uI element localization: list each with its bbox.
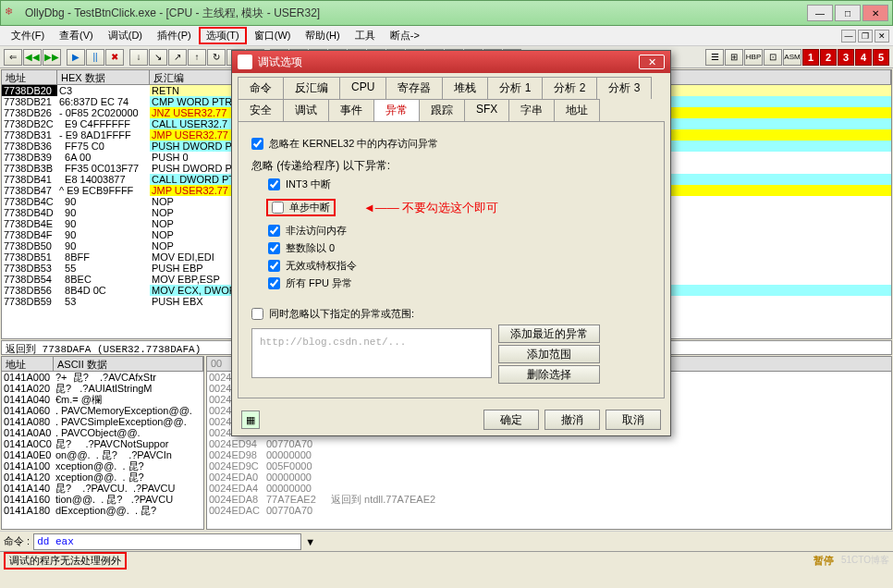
btn-add-recent[interactable]: 添加最近的异常 [498, 325, 600, 343]
mdi-restore-button[interactable]: ❐ [858, 30, 873, 43]
tb-step4-icon[interactable]: ↑ [188, 49, 206, 66]
dialog-tab[interactable]: 安全 [238, 99, 284, 121]
btn-undo[interactable]: 撤消 [544, 410, 600, 430]
tb-extra-4[interactable]: ⊡ [764, 49, 782, 66]
dump-row[interactable]: 0141A0A0. PAVCObject@@. [2, 427, 203, 438]
dump-row[interactable]: 0141A0E0on@@. . 昆? .?PAVCIn [2, 449, 203, 460]
tb-run-icon[interactable]: ▶ [67, 49, 85, 66]
dump-row[interactable]: 0141A020昆? .?AUIAtlStringM [2, 383, 203, 394]
stack-row[interactable]: 0024EDA877A7EAE2返回到 ntdll.77A7EAE2 [207, 494, 891, 505]
dialog-tab[interactable]: 堆栈 [442, 77, 488, 99]
stack-row[interactable]: 0024EDA000000000 [207, 472, 891, 483]
tb-rewind-icon[interactable]: ◀◀ [23, 49, 42, 66]
chk-ignore-kernel32[interactable] [251, 138, 263, 150]
dialog-tab[interactable]: 地址 [554, 99, 600, 121]
tb-asm[interactable]: ASM [783, 49, 801, 66]
dump-row[interactable]: 0141A000?+ 昆? .?AVCAfxStr [2, 372, 203, 383]
dialog-tab[interactable]: 字串 [508, 99, 555, 121]
tb-step5-icon[interactable]: ↻ [207, 49, 226, 66]
dialog-close-button[interactable]: ✕ [639, 55, 665, 69]
maximize-button[interactable]: □ [835, 5, 861, 21]
stack-row[interactable]: 0024ED9400770A70 [207, 438, 891, 449]
dialog-tab[interactable]: 寄存器 [385, 77, 443, 99]
tb-hbp[interactable]: HBP [744, 49, 763, 66]
dialog-tab[interactable]: 跟踪 [419, 99, 465, 121]
menu-debug[interactable]: 调试(D) [101, 27, 150, 44]
close-button[interactable]: ✕ [862, 5, 888, 21]
tb-back-icon[interactable]: ⇐ [4, 49, 22, 66]
stack-row[interactable]: 0024ED9800000000 [207, 449, 891, 460]
tb-preset-5[interactable]: 5 [873, 49, 889, 66]
dump-pane[interactable]: 地址 ASCII 数据 0141A000?+ 昆? .?AVCAfxStr014… [1, 356, 204, 530]
btn-ok[interactable]: 确定 [483, 410, 539, 430]
menu-options[interactable]: 选项(T) [199, 27, 247, 44]
dump-row[interactable]: 0141A180dException@@. . 昆? [2, 505, 203, 516]
dump-row[interactable]: 0141A140昆? .?PAVCU. .?PAVCU [2, 483, 203, 494]
tb-extra-2[interactable]: ⊞ [725, 49, 743, 66]
stack-row[interactable]: 0024ED9C005F0000 [207, 460, 891, 472]
lbl-also-ignore: 同时忽略以下指定的异常或范围: [269, 307, 414, 321]
exception-range-list[interactable]: http://blog.csdn.net/... [251, 328, 492, 378]
dialog-tab[interactable]: 异常 [373, 99, 420, 121]
tb-stop-icon[interactable]: ✖ [105, 49, 124, 66]
menu-view[interactable]: 查看(V) [52, 27, 101, 44]
dump-rows[interactable]: 0141A000?+ 昆? .?AVCAfxStr0141A020昆? .?AU… [2, 372, 203, 516]
tb-step3-icon[interactable]: ↗ [168, 49, 187, 66]
command-input[interactable] [33, 533, 301, 550]
exception-checkbox[interactable] [272, 202, 284, 214]
exception-checkbox[interactable] [268, 242, 280, 254]
minimize-button[interactable]: — [807, 5, 833, 21]
dialog-title-bar[interactable]: 调试选项 ✕ [232, 51, 670, 73]
chk-also-ignore[interactable] [251, 308, 263, 320]
exception-checkbox[interactable] [268, 260, 280, 272]
dialog-tab[interactable]: 调试 [283, 99, 329, 121]
tb-step1-icon[interactable]: ↓ [129, 49, 148, 66]
dump-row[interactable]: 0141A100xception@@. . 昆? [2, 460, 203, 472]
menu-window[interactable]: 窗口(W) [247, 27, 299, 44]
dialog-tab[interactable]: 分析 3 [596, 77, 652, 99]
tb-preset-1[interactable]: 1 [802, 49, 819, 66]
dump-row[interactable]: 0141A120xception@@. . 昆? [2, 472, 203, 483]
menu-help[interactable]: 帮助(H) [298, 27, 347, 44]
exception-checkbox[interactable] [268, 178, 280, 190]
lbl-ignore-kernel32: 忽略在 KERNEL32 中的内存访问异常 [269, 137, 438, 151]
exception-checkbox[interactable] [268, 225, 280, 237]
tb-preset-3[interactable]: 3 [838, 49, 854, 66]
dialog-tab[interactable]: CPU [339, 77, 386, 99]
dump-row[interactable]: 0141A0C0昆? .?PAVCNotSuppor [2, 438, 203, 449]
tb-step2-icon[interactable]: ↘ [149, 49, 167, 66]
dialog-tab[interactable]: 分析 1 [487, 77, 543, 99]
tb-pause-icon[interactable]: || [86, 49, 104, 66]
menu-file[interactable]: 文件(F) [4, 27, 52, 44]
command-dropdown-icon[interactable]: ▼ [305, 536, 315, 547]
dump-row[interactable]: 0141A080. PAVCSimpleException@@. [2, 416, 203, 427]
dialog-tab[interactable]: SFX [464, 99, 509, 121]
dialog-tab[interactable]: 命令 [238, 77, 284, 99]
btn-add-range[interactable]: 添加范围 [498, 345, 600, 363]
dump-row[interactable]: 0141A060. PAVCMemoryException@@. [2, 405, 203, 416]
dump-row[interactable]: 0141A040€m.= @欄 [2, 394, 203, 405]
menu-plugins[interactable]: 插件(P) [150, 27, 199, 44]
dialog-tab[interactable]: 事件 [328, 99, 374, 121]
tb-preset-2[interactable]: 2 [820, 49, 837, 66]
mdi-close-button[interactable]: ✕ [875, 30, 889, 43]
btn-cancel[interactable]: 取消 [606, 410, 661, 430]
tb-extra-1[interactable]: ☰ [705, 49, 724, 66]
dialog-tab[interactable]: 反汇编 [283, 77, 340, 99]
command-label: 命令 : [4, 534, 30, 548]
tb-preset-4[interactable]: 4 [855, 49, 872, 66]
dialog-tab[interactable]: 分析 2 [542, 77, 597, 99]
menu-tools[interactable]: 工具 [348, 27, 383, 44]
status-pause: 暂停 [813, 554, 834, 568]
dump-row[interactable]: 0141A160tion@@. . 昆? .?PAVCU [2, 494, 203, 505]
btn-delete-selection[interactable]: 删除选择 [498, 365, 600, 384]
exception-checkbox[interactable] [268, 277, 280, 289]
stack-row[interactable]: 0024EDA400000000 [207, 483, 891, 494]
exception-label: 非法访问内存 [286, 224, 347, 238]
stack-row[interactable]: 0024EDAC00770A70 [207, 505, 891, 516]
tb-forward-icon[interactable]: ▶▶ [43, 49, 61, 66]
dump-col-addr: 地址 [2, 357, 54, 371]
menu-breakpoints[interactable]: 断点-> [383, 27, 427, 44]
dialog-help-icon[interactable]: ▦ [241, 410, 260, 429]
mdi-minimize-button[interactable]: — [841, 30, 856, 43]
